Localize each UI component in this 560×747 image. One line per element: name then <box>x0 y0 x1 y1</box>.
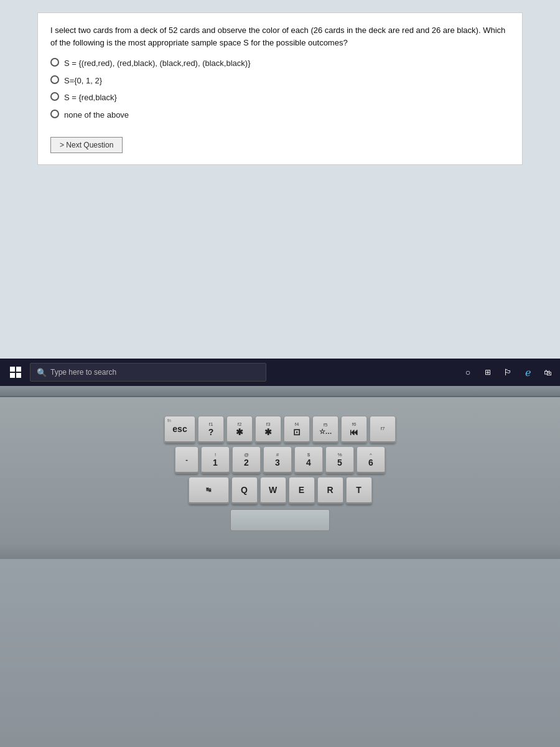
key-6[interactable]: ^ 6 <box>357 446 385 474</box>
key-e[interactable]: E <box>289 477 315 504</box>
key-f7[interactable]: f7 <box>370 416 396 443</box>
task-view-icon[interactable]: ⊞ <box>482 366 494 378</box>
keyboard-number-row: - ! 1 @ 2 # 3 $ 4 % 5 ^ <box>12 446 548 474</box>
key-1[interactable]: ! 1 <box>201 446 230 474</box>
laptop-hinge <box>0 386 560 397</box>
option-1-row[interactable]: S = {(red,red), (red,black), (black,red)… <box>50 57 510 70</box>
key-backtick[interactable]: - <box>175 446 198 474</box>
keyboard-qwerty-row: ↹ Q W E R T <box>12 477 548 504</box>
key-t[interactable]: T <box>346 477 372 504</box>
key-r[interactable]: R <box>317 477 343 504</box>
windows-start-button[interactable] <box>6 363 25 382</box>
key-q[interactable]: Q <box>231 477 258 504</box>
taskbar-right-icons: ○ ⊞ 🏳 ℯ 🛍 <box>462 366 554 378</box>
key-2[interactable]: @ 2 <box>232 446 261 474</box>
bottom-bezel <box>0 543 560 559</box>
key-4[interactable]: $ 4 <box>294 446 323 474</box>
key-w[interactable]: W <box>260 477 286 504</box>
trackpad[interactable] <box>230 509 330 531</box>
keyboard-area: fn esc f1 ? f2 ✱ f3 ✱ f4 ⊡ f5 ☆… <box>0 397 560 543</box>
option-2-label: S={0, 1, 2} <box>64 75 102 87</box>
key-esc[interactable]: fn esc <box>164 416 195 443</box>
taskbar: 🔍 Type here to search ○ ⊞ 🏳 ℯ 🛍 <box>0 359 560 386</box>
option-3-row[interactable]: S = {red,black} <box>50 92 510 104</box>
key-f2[interactable]: f2 ✱ <box>226 416 253 443</box>
windows-icon <box>10 367 21 378</box>
taskbar-search-bar[interactable]: 🔍 Type here to search <box>30 363 266 382</box>
edge-browser-icon[interactable]: ℯ <box>521 366 534 378</box>
option-4-row[interactable]: none of the above <box>50 109 510 121</box>
radio-option-2[interactable] <box>50 75 59 84</box>
store-icon[interactable]: 🛍 <box>541 366 554 378</box>
next-question-button[interactable]: > Next Question <box>50 137 123 153</box>
key-5[interactable]: % 5 <box>325 446 354 474</box>
key-f3[interactable]: f3 ✱ <box>255 416 281 443</box>
option-2-row[interactable]: S={0, 1, 2} <box>50 75 510 87</box>
key-f1[interactable]: f1 ? <box>198 416 224 443</box>
file-explorer-icon[interactable]: 🏳 <box>502 366 514 378</box>
cortana-icon[interactable]: ○ <box>462 366 474 378</box>
key-f6[interactable]: f6 ⏮ <box>341 416 367 443</box>
key-f4[interactable]: f4 ⊡ <box>284 416 310 443</box>
keyboard-fn-row: fn esc f1 ? f2 ✱ f3 ✱ f4 ⊡ f5 ☆… <box>12 416 548 443</box>
radio-option-1[interactable] <box>50 58 59 67</box>
key-f5[interactable]: f5 ☆… <box>312 416 338 443</box>
option-1-label: S = {(red,red), (red,black), (black,red)… <box>64 57 250 70</box>
laptop-body: fn esc f1 ? f2 ✱ f3 ✱ f4 ⊡ f5 ☆… <box>0 386 560 747</box>
content-window: I select two cards from a deck of 52 car… <box>0 0 560 359</box>
question-box: I select two cards from a deck of 52 car… <box>37 12 523 165</box>
radio-option-4[interactable] <box>50 110 59 118</box>
trackpad-area <box>12 509 548 531</box>
option-3-label: S = {red,black} <box>64 92 117 104</box>
screen-area: I select two cards from a deck of 52 car… <box>0 0 560 386</box>
search-icon: 🔍 <box>37 368 47 377</box>
option-4-label: none of the above <box>64 109 129 121</box>
question-text: I select two cards from a deck of 52 car… <box>50 24 510 49</box>
key-tab[interactable]: ↹ <box>189 477 229 504</box>
key-3[interactable]: # 3 <box>263 446 292 474</box>
search-placeholder: Type here to search <box>50 368 116 377</box>
radio-option-3[interactable] <box>50 92 59 101</box>
